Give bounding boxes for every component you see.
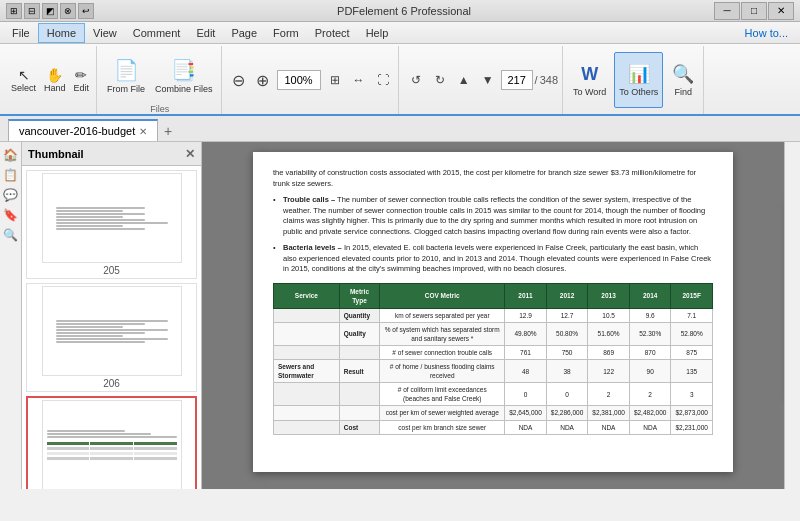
pdf-bullet-1-title: Trouble calls – xyxy=(283,195,335,204)
title-bar-icons: ⊞ ⊟ ◩ ⊗ ↩ xyxy=(6,3,94,19)
select-button[interactable]: ↖ Select xyxy=(8,65,39,95)
title-icon-2[interactable]: ⊟ xyxy=(24,3,40,19)
thumb-table-cell xyxy=(134,447,177,450)
thumb-line xyxy=(56,222,168,224)
table-cell: km of sewers separated per year xyxy=(380,308,505,322)
pdf-table: Service Metric Type COV Metric 2011 2012… xyxy=(273,283,713,435)
menu-form[interactable]: Form xyxy=(265,23,307,43)
thumb-line xyxy=(56,210,123,212)
pdf-bullet-1-text: The number of sewer connection trouble c… xyxy=(283,195,705,236)
to-others-button[interactable]: 📊 To Others xyxy=(614,52,663,108)
table-cell xyxy=(339,383,379,406)
thumbnail-page-207[interactable]: 207 xyxy=(26,396,197,489)
table-cell: NDA xyxy=(505,420,547,434)
select-label: Select xyxy=(11,83,36,93)
from-file-button[interactable]: 📄 From File xyxy=(103,48,149,104)
maximize-button[interactable]: □ xyxy=(741,2,767,20)
title-icon-5[interactable]: ↩ xyxy=(78,3,94,19)
help-howto[interactable]: How to... xyxy=(737,25,796,41)
find-label: Find xyxy=(675,87,693,97)
tab-close-button[interactable]: ✕ xyxy=(139,126,147,137)
col-2013: 2013 xyxy=(588,283,630,308)
zoom-input[interactable] xyxy=(277,70,321,90)
comments-icon[interactable]: 💬 xyxy=(2,186,20,204)
thumb-line xyxy=(56,338,168,340)
table-cell xyxy=(339,345,379,359)
zoom-in-button[interactable]: ⊕ xyxy=(252,69,274,91)
full-screen-button[interactable]: ⛶ xyxy=(372,69,394,91)
menu-view[interactable]: View xyxy=(85,23,125,43)
minimize-button[interactable]: ─ xyxy=(714,2,740,20)
thumb-line xyxy=(56,225,123,227)
table-cell: NDA xyxy=(629,420,671,434)
pages-icon[interactable]: 📋 xyxy=(2,166,20,184)
menu-protect[interactable]: Protect xyxy=(307,23,358,43)
col-2012: 2012 xyxy=(546,283,588,308)
table-cell: Cost xyxy=(339,420,379,434)
menu-edit[interactable]: Edit xyxy=(188,23,223,43)
title-icon-1[interactable]: ⊞ xyxy=(6,3,22,19)
menu-page[interactable]: Page xyxy=(223,23,265,43)
edit-icon: ✏ xyxy=(75,67,87,83)
bookmarks-icon[interactable]: 🔖 xyxy=(2,206,20,224)
table-cell: 0 xyxy=(546,383,588,406)
to-word-button[interactable]: W To Word xyxy=(569,52,610,108)
rotate-cw-button[interactable]: ↻ xyxy=(429,69,451,91)
tab-bar: vancouver-2016-budget ✕ + xyxy=(0,116,800,142)
home-icon[interactable]: 🏠 xyxy=(2,146,20,164)
combine-files-button[interactable]: 📑 Combine Files xyxy=(151,48,217,104)
page-number-input[interactable] xyxy=(501,70,533,90)
table-cell: 9.6 xyxy=(629,308,671,322)
right-scrollbar[interactable] xyxy=(784,142,800,489)
table-cell xyxy=(274,383,340,406)
table-cell xyxy=(274,345,340,359)
prev-page-button[interactable]: ▲ xyxy=(453,69,475,91)
ribbon-group-files-items: 📄 From File 📑 Combine Files xyxy=(103,48,217,104)
thumb-table-cell xyxy=(134,442,177,445)
thumb-table-cell xyxy=(47,442,90,445)
next-page-button[interactable]: ▼ xyxy=(477,69,499,91)
find-button[interactable]: 🔍 Find xyxy=(667,52,699,108)
fit-page-button[interactable]: ⊞ xyxy=(324,69,346,91)
pdf-bullet-2-text: In 2015, elevated E. coli bacteria level… xyxy=(283,243,711,273)
table-cell: # of sewer connection trouble calls xyxy=(380,345,505,359)
rotate-ccw-button[interactable]: ↺ xyxy=(405,69,427,91)
table-cell: 12.7 xyxy=(546,308,588,322)
edit-button[interactable]: ✏ Edit xyxy=(71,65,93,95)
pdf-content-area: the variability of construction costs as… xyxy=(202,142,784,489)
table-cell: 135 xyxy=(671,360,713,383)
sidebar-close-button[interactable]: ✕ xyxy=(185,147,195,161)
ribbon-group-tools: ↖ Select ✋ Hand ✏ Edit xyxy=(4,46,97,114)
title-icon-3[interactable]: ◩ xyxy=(42,3,58,19)
thumbnail-page-206[interactable]: 206 xyxy=(26,283,197,392)
table-cell xyxy=(274,322,340,345)
hand-button[interactable]: ✋ Hand xyxy=(41,65,69,95)
table-cell: 761 xyxy=(505,345,547,359)
find-icon: 🔍 xyxy=(672,63,694,85)
ribbon: ↖ Select ✋ Hand ✏ Edit 📄 From File 📑 Com… xyxy=(0,44,800,116)
thumb-line xyxy=(56,341,146,343)
table-row: # of coliform limit exceedances (beaches… xyxy=(274,383,713,406)
thumbnail-page-205[interactable]: 205 xyxy=(26,170,197,279)
page-total: 348 xyxy=(540,74,558,86)
table-row: # of sewer connection trouble calls76175… xyxy=(274,345,713,359)
menu-home[interactable]: Home xyxy=(38,23,85,43)
search-icon[interactable]: 🔍 xyxy=(2,226,20,244)
table-cell xyxy=(274,308,340,322)
title-icon-4[interactable]: ⊗ xyxy=(60,3,76,19)
zoom-out-button[interactable]: ⊖ xyxy=(228,69,250,91)
menu-file[interactable]: File xyxy=(4,23,38,43)
thumb-table-cell xyxy=(47,447,90,450)
thumb-line xyxy=(56,213,146,215)
new-tab-button[interactable]: + xyxy=(158,121,178,141)
document-tab[interactable]: vancouver-2016-budget ✕ xyxy=(8,119,158,141)
menu-comment[interactable]: Comment xyxy=(125,23,189,43)
col-2015f: 2015F xyxy=(671,283,713,308)
table-cell: cost per km branch size sewer xyxy=(380,420,505,434)
menu-help[interactable]: Help xyxy=(358,23,397,43)
fit-width-button[interactable]: ↔ xyxy=(348,69,370,91)
table-cell: 870 xyxy=(629,345,671,359)
table-cell: 49.80% xyxy=(505,322,547,345)
ribbon-group-convert: W To Word 📊 To Others 🔍 Find xyxy=(565,46,704,114)
close-button[interactable]: ✕ xyxy=(768,2,794,20)
